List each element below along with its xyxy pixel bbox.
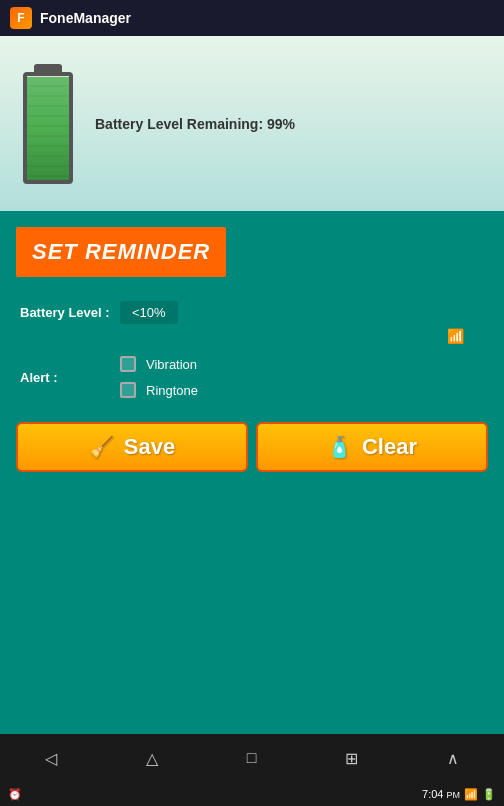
time-display: 7:04 PM — [422, 788, 460, 800]
alert-label: Alert : — [20, 370, 110, 385]
battery-fill — [27, 77, 69, 180]
back-button[interactable]: ◁ — [45, 749, 57, 768]
ringtone-label: Ringtone — [146, 383, 198, 398]
buttons-row: 🧹 Save 🧴 Clear — [0, 412, 504, 482]
signal-area: 📶 — [20, 328, 484, 344]
app-title: FoneManager — [40, 10, 131, 26]
time-value: 7:04 — [422, 788, 443, 800]
clear-label: Clear — [362, 434, 417, 460]
title-bar: F FoneManager — [0, 0, 504, 36]
alert-row: Alert : Vibration Ringtone — [20, 356, 484, 398]
battery-level-text: Battery Level Remaining: 99% — [95, 116, 295, 132]
battery-level-value: <10% — [120, 301, 178, 324]
nav-bar: ◁ △ □ ⊞ ∧ — [0, 734, 504, 782]
battery-level-label: Battery Level : — [20, 305, 110, 320]
battery-status-icon: 🔋 — [482, 788, 496, 801]
save-icon: 🧹 — [89, 435, 114, 459]
battery-info-area: Battery Level Remaining: 99% — [0, 36, 504, 211]
recent-button[interactable]: □ — [247, 749, 257, 767]
vibration-label: Vibration — [146, 357, 197, 372]
vibration-option: Vibration — [120, 356, 198, 372]
battery-cap — [34, 64, 62, 72]
alert-options: Vibration Ringtone — [120, 356, 198, 398]
teal-section: SET REMINDER Battery Level : <10% 📶 Aler… — [0, 211, 504, 734]
ringtone-checkbox[interactable] — [120, 382, 136, 398]
home-button[interactable]: △ — [146, 749, 158, 768]
set-reminder-banner: SET REMINDER — [16, 227, 226, 277]
save-button[interactable]: 🧹 Save — [16, 422, 248, 472]
signal-icon: 📶 — [447, 328, 464, 344]
am-pm-value: PM — [447, 790, 461, 800]
save-label: Save — [124, 434, 175, 460]
alarm-icon: ⏰ — [8, 788, 22, 801]
status-bar: ⏰ 7:04 PM 📶 🔋 — [0, 782, 504, 806]
clear-button[interactable]: 🧴 Clear — [256, 422, 488, 472]
vibration-checkbox[interactable] — [120, 356, 136, 372]
battery-body — [23, 72, 73, 184]
form-area: Battery Level : <10% 📶 Alert : Vibration — [0, 293, 504, 406]
status-bar-left: ⏰ — [8, 788, 22, 801]
grid-button[interactable]: ⊞ — [345, 749, 358, 768]
wifi-icon: 📶 — [464, 788, 478, 801]
app-icon: F — [10, 7, 32, 29]
bottom-teal — [0, 482, 504, 734]
set-reminder-text: SET REMINDER — [32, 239, 210, 264]
ringtone-option: Ringtone — [120, 382, 198, 398]
up-button[interactable]: ∧ — [447, 749, 459, 768]
clear-icon: 🧴 — [327, 435, 352, 459]
status-bar-right: 7:04 PM 📶 🔋 — [422, 788, 496, 801]
battery-level-row: Battery Level : <10% — [20, 301, 484, 324]
battery-graphic — [20, 64, 75, 184]
